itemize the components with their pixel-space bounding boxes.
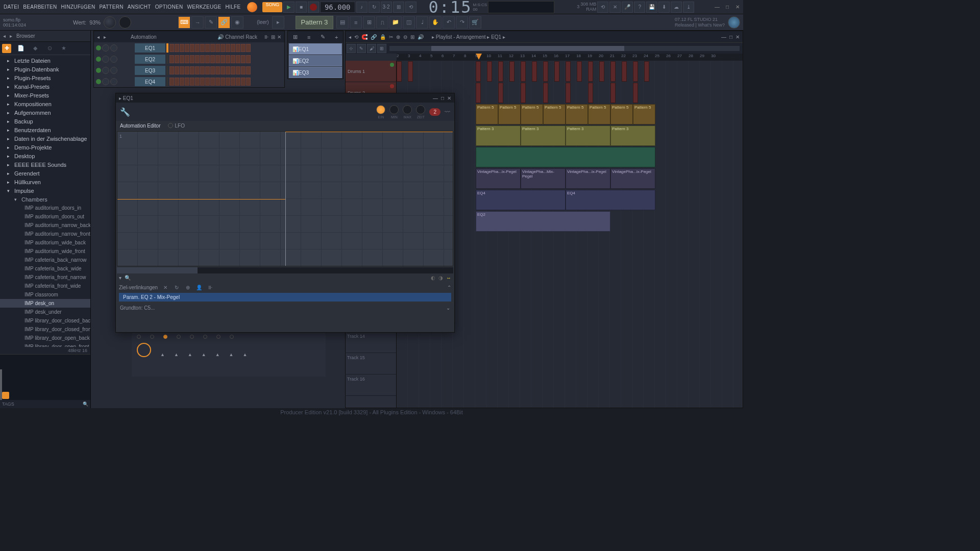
browser-tab-fav-icon[interactable]: ★ xyxy=(59,44,68,53)
loop-icon[interactable]: ⟲ xyxy=(405,2,416,13)
ae-snap2-icon[interactable]: ◑ xyxy=(438,275,443,281)
wait-input-icon[interactable]: ↻ xyxy=(369,2,380,13)
browser-tab-plugins-icon[interactable]: ◆ xyxy=(31,44,40,53)
cr-fwd-icon[interactable]: ▸ xyxy=(104,34,106,40)
tree-folder[interactable]: ▸Benutzerdaten xyxy=(0,126,90,134)
ae-horizontal-scrollbar[interactable] xyxy=(117,267,453,273)
tree-file[interactable]: IMP classroom xyxy=(0,290,90,299)
cloud-icon[interactable]: ☁ xyxy=(671,2,682,13)
tree-file[interactable]: IMP auditorium_doors_in xyxy=(0,204,90,212)
playlist-clip[interactable]: Pattern 3 xyxy=(566,126,610,146)
browser-fwd-icon[interactable]: ▸ xyxy=(10,33,12,39)
channel-name-button[interactable]: EQ1 xyxy=(135,43,165,53)
channel-pan-knob[interactable] xyxy=(102,44,109,52)
tree-folder[interactable]: ▸Plugin-Datenbank xyxy=(0,65,90,73)
channel-name-button[interactable]: EQ2 xyxy=(135,55,165,64)
redo-icon[interactable]: ↷ xyxy=(456,16,468,29)
tree-file-selected[interactable]: IMP desk_on xyxy=(0,299,90,308)
tree-folder[interactable]: ▸Gerendert xyxy=(0,169,90,178)
touch-controller-icon[interactable]: ✋ xyxy=(429,16,442,29)
tree-file[interactable]: IMP cafeteria_front_wide xyxy=(0,282,90,290)
tree-file[interactable]: IMP library_door_open_front xyxy=(0,342,90,347)
strip-main-knob[interactable] xyxy=(137,343,151,357)
tree-folder[interactable]: ▸Desktop xyxy=(0,152,90,160)
channel-vol-knob[interactable] xyxy=(110,78,117,85)
playlist-clip[interactable] xyxy=(588,83,593,103)
ae-time-knob[interactable] xyxy=(416,105,425,114)
render-icon[interactable]: ⬇ xyxy=(658,2,670,13)
search-icon[interactable]: 🔍 xyxy=(83,402,88,407)
view-channelrack-icon[interactable]: ⊞ xyxy=(363,16,375,29)
track-header[interactable]: Drums 1 xyxy=(346,61,396,82)
cr-graph-icon[interactable]: ⊪ xyxy=(264,34,269,40)
channel-mute-button[interactable] xyxy=(96,45,101,51)
ae-link-user-icon[interactable]: 👤 xyxy=(195,284,203,291)
playlist-automation-clip[interactable]: VintagePha...ix-Pegel xyxy=(476,168,521,189)
browser-tab-files-icon[interactable]: 📄 xyxy=(16,44,26,53)
cr-back-icon[interactable]: ◂ xyxy=(97,34,100,40)
playlist-automation-clip[interactable]: EQ4 xyxy=(476,190,566,210)
pattern-picker-item[interactable]: 📊 EQ1 xyxy=(289,43,342,55)
pl-link-icon[interactable]: 🔗 xyxy=(371,34,377,40)
pl-lock-icon[interactable]: 🔒 xyxy=(380,34,386,40)
ae-maximize-icon[interactable]: □ xyxy=(441,95,444,101)
channel-select[interactable] xyxy=(166,77,168,86)
pl-magnet-icon[interactable]: 🧲 xyxy=(361,34,368,40)
playlist-clip[interactable] xyxy=(599,61,604,82)
channel-mute-button[interactable] xyxy=(96,68,101,73)
menu-pattern[interactable]: PATTERN xyxy=(97,2,125,12)
song-mode-button[interactable]: SONG xyxy=(262,2,282,12)
playlist-clip[interactable]: Pattern 3 xyxy=(476,126,521,146)
ae-footer-expand-icon[interactable]: ⌄ xyxy=(446,305,450,311)
pp-add-icon[interactable]: + xyxy=(335,34,338,40)
channel-select[interactable] xyxy=(166,55,168,64)
tree-file[interactable]: IMP desk_under xyxy=(0,308,90,316)
playlist-clip[interactable] xyxy=(498,61,503,82)
ae-tab-automation[interactable]: Automation Editor xyxy=(120,123,161,129)
tree-file[interactable]: IMP auditorium_narrow_front xyxy=(0,230,90,238)
cr-group-selector[interactable]: Automation xyxy=(131,34,157,40)
pl-tool-draw-icon[interactable]: ✎ xyxy=(357,44,366,53)
menu-view[interactable]: ANSICHT xyxy=(126,2,153,12)
channel-name-button[interactable]: EQ3 xyxy=(135,66,165,75)
pp-mode1-icon[interactable]: ⊞ xyxy=(293,34,298,40)
help-icon[interactable]: ? xyxy=(634,2,645,13)
ae-min-knob[interactable] xyxy=(389,105,399,114)
tree-file[interactable]: IMP library_door_open_back xyxy=(0,334,90,342)
ae-enable-knob[interactable] xyxy=(376,105,385,114)
playlist-clip[interactable] xyxy=(610,61,616,82)
channel-mute-button[interactable] xyxy=(96,79,101,84)
playlist-clip[interactable]: Pattern 5 xyxy=(498,104,521,124)
tempo-display[interactable]: 96.000 xyxy=(320,2,355,13)
strip-toggle[interactable] xyxy=(230,335,234,339)
playlist-clip[interactable] xyxy=(554,61,559,82)
track-header[interactable]: Track 15 xyxy=(345,353,396,374)
tree-folder[interactable]: ▸EEEE EEEE Sounds xyxy=(0,160,90,169)
playlist-clip[interactable] xyxy=(397,61,402,82)
pl-overview-scrollbar[interactable] xyxy=(389,46,740,51)
playlist-clip[interactable] xyxy=(476,83,481,103)
pl-tool-zoom-icon[interactable]: ⊹ xyxy=(347,44,356,53)
ae-links-collapse-icon[interactable]: ⌃ xyxy=(447,285,451,290)
step-sequencer-row[interactable] xyxy=(169,55,251,63)
playlist-clip[interactable] xyxy=(476,61,481,82)
tree-folder[interactable]: ▾Impulse xyxy=(0,186,90,195)
pl-sync-icon[interactable]: ⟲ xyxy=(354,34,358,40)
main-pitch-knob[interactable] xyxy=(119,16,131,29)
pl-back-icon[interactable]: ◂ xyxy=(349,34,351,40)
pl-max-icon[interactable]: □ xyxy=(729,34,732,40)
ae-lfo-radio[interactable] xyxy=(168,123,173,128)
ae-dropdown-icon[interactable]: ▾ xyxy=(119,275,121,281)
save-icon[interactable]: 💾 xyxy=(646,2,657,13)
tree-folder[interactable]: ▸Kanal-Presets xyxy=(0,82,90,91)
ae-close-icon[interactable]: ✕ xyxy=(447,95,451,101)
track-header[interactable]: Track 16 xyxy=(345,374,396,396)
view-pianoroll-icon[interactable]: ≡ xyxy=(350,16,362,29)
pl-tool-grid-icon[interactable]: ⊞ xyxy=(377,44,386,53)
strip-toggle[interactable] xyxy=(190,335,194,339)
playlist-clip[interactable] xyxy=(543,83,548,103)
tree-folder[interactable]: ▸Daten in der Zwischenablage xyxy=(0,134,90,143)
shop-icon[interactable]: 🛒 xyxy=(469,16,481,29)
blend-icon[interactable]: ⊞ xyxy=(393,2,404,13)
live-mode-icon[interactable]: ◉ xyxy=(231,16,243,29)
